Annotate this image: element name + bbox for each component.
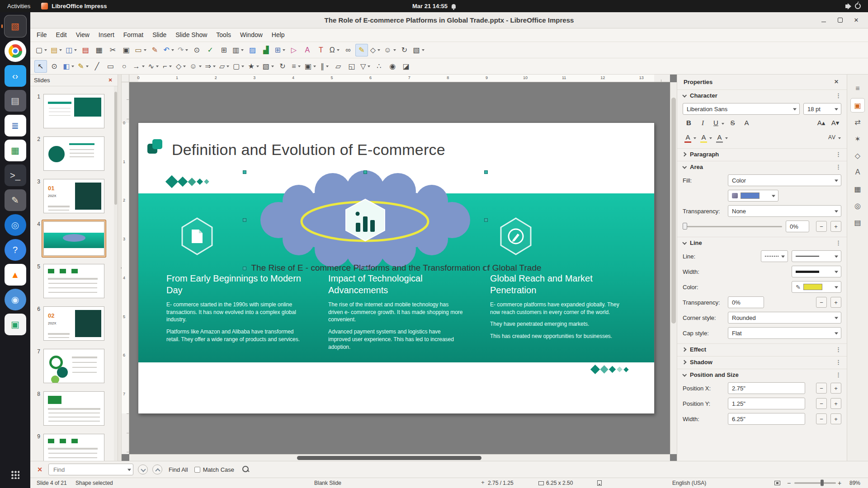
menu-tools[interactable]: Tools — [212, 28, 236, 42]
vertical-ruler[interactable]: 01234567 — [122, 82, 129, 454]
dock-vlc-button[interactable]: ▲ — [5, 264, 26, 286]
cloud-shape[interactable] — [245, 172, 486, 268]
dock-vscode-button[interactable]: ‹› — [5, 65, 26, 87]
menu-insert[interactable]: Insert — [94, 28, 119, 42]
transparency-slider[interactable] — [683, 222, 782, 231]
width-increase-button[interactable] — [830, 413, 841, 424]
zoom-fit-button[interactable] — [774, 481, 780, 485]
find-all-button[interactable]: Find All — [167, 466, 190, 473]
selection-handle[interactable] — [243, 218, 246, 222]
selection-handle[interactable] — [243, 170, 246, 174]
menu-window[interactable]: Window — [236, 28, 267, 42]
line-width-select[interactable] — [792, 266, 841, 277]
paragraph-section-header[interactable]: Paragraph — [677, 149, 847, 160]
sidebar-settings[interactable]: ≡ — [851, 82, 864, 95]
menu-format[interactable]: Format — [119, 28, 148, 42]
slide-thumbnail[interactable] — [43, 349, 104, 383]
symbol-shapes-button[interactable]: ☺ — [382, 44, 397, 56]
line-transparency-decrease-button[interactable] — [816, 297, 827, 308]
character-spacing-button[interactable]: AV — [826, 132, 841, 144]
animation-tab[interactable]: ✶ — [851, 132, 864, 145]
cap-style-select[interactable]: Flat — [728, 327, 841, 339]
line-style-select[interactable] — [761, 250, 788, 262]
slide-thumbnail[interactable] — [43, 221, 104, 256]
clone-formatting-button[interactable]: ✎ — [149, 44, 161, 56]
symbol-shapes-button[interactable]: ☺ — [188, 60, 203, 73]
vertical-scrollbar[interactable] — [670, 82, 677, 454]
insert-chart-button[interactable]: ▟ — [259, 44, 272, 56]
menu-slide-show[interactable]: Slide Show — [171, 28, 212, 42]
slide-title[interactable]: Definition and Evolution of E-commerce — [172, 141, 445, 159]
slide-thumbnail-row[interactable]: 8 — [31, 390, 116, 427]
outline-font-effect-button[interactable]: A — [714, 132, 728, 144]
position-x-decrease-button[interactable] — [816, 383, 827, 394]
menu-slide[interactable]: Slide — [148, 28, 171, 42]
decrease-font-size-button[interactable]: A▾ — [829, 118, 841, 130]
slide-thumbnail[interactable] — [43, 136, 104, 171]
basic-shapes-button[interactable]: ◇ — [175, 60, 187, 73]
dock-libreoffice-calc-button[interactable]: ▦ — [5, 140, 26, 161]
more-options-icon[interactable] — [835, 359, 841, 366]
slide-thumbnail[interactable] — [43, 434, 104, 461]
paste-button[interactable]: ▭ — [133, 44, 147, 56]
zoom-slider[interactable] — [794, 483, 836, 484]
dock-browser-button[interactable]: ◎ — [5, 214, 26, 236]
slide-thumbnail-row[interactable]: 9 — [31, 432, 116, 461]
styles-tab[interactable]: A — [851, 165, 864, 179]
activities-button[interactable]: Activities — [7, 3, 30, 9]
rotate-object-button[interactable]: ↻ — [398, 44, 411, 56]
show-applications-button[interactable] — [5, 464, 26, 485]
more-options-icon[interactable] — [835, 239, 841, 246]
shapes-tab[interactable]: ◇ — [851, 149, 864, 162]
scrollbar-thumb[interactable] — [297, 456, 481, 460]
insert-table-button[interactable]: ⊞ — [273, 44, 286, 56]
slide-thumbnail-row[interactable]: 4 — [31, 220, 116, 257]
match-case-checkbox[interactable] — [194, 467, 200, 473]
rotate-button[interactable]: ↻ — [276, 60, 289, 73]
zoom-pan-button[interactable]: ⊙ — [48, 60, 61, 73]
position-x-field[interactable]: 2.75" — [728, 382, 805, 394]
align-objects-button[interactable]: ≡ — [290, 60, 302, 73]
transparency-decrease-button[interactable] — [816, 221, 827, 232]
find-input[interactable] — [52, 466, 125, 474]
column-1[interactable]: From Early Beginnings to Modern Day E- c… — [166, 272, 302, 356]
slide-thumbnail[interactable]: 02 202X — [43, 306, 104, 341]
spelling-button[interactable]: ✓ — [204, 44, 217, 56]
print-button[interactable]: ▦ — [93, 44, 105, 56]
line-transparency-increase-button[interactable] — [830, 297, 841, 308]
fill-color-button[interactable]: ◧ — [61, 60, 75, 73]
clock-menu[interactable]: Mar 21 14:55 — [412, 3, 456, 9]
line-transparency-field[interactable]: 0% — [728, 296, 764, 308]
display-grid-button[interactable]: ⊞ — [217, 44, 230, 56]
zoom-out-button[interactable]: − — [787, 479, 791, 487]
transparency-type-select[interactable]: None — [728, 205, 841, 217]
properties-tab[interactable]: ▣ — [851, 99, 864, 112]
line-color-picker[interactable]: ✎ — [792, 281, 841, 293]
title-bar[interactable]: The Role of E-commerce Platforms in Glob… — [30, 12, 868, 28]
selection-handle[interactable] — [484, 170, 488, 174]
dock-software-store-button[interactable]: ▣ — [5, 314, 26, 335]
column-2[interactable]: Impact of Technological Advancements The… — [328, 272, 464, 356]
system-menu[interactable] — [845, 3, 868, 9]
selection-handle[interactable] — [484, 218, 488, 222]
dock-chromium-button[interactable]: ◉ — [5, 289, 26, 310]
position-y-increase-button[interactable] — [830, 398, 841, 409]
slides-panel-close-icon[interactable] — [107, 77, 114, 84]
flowchart-shapes-button[interactable]: ▱ — [218, 60, 231, 73]
find-input-combo[interactable] — [48, 464, 133, 475]
copy-button[interactable]: ▣ — [120, 44, 132, 56]
callout-shapes-button[interactable]: ▢ — [231, 60, 245, 73]
horizontal-scrollbar[interactable] — [129, 454, 670, 461]
slide-thumbnail-row[interactable]: 1 — [31, 93, 116, 130]
find-and-replace-button[interactable] — [241, 465, 250, 474]
select-button[interactable]: ↖ — [34, 60, 47, 73]
shadow-section-header[interactable]: Shadow — [677, 357, 847, 368]
insert-image-button[interactable]: ▨ — [246, 44, 259, 56]
dock-terminal-button[interactable]: >_ — [5, 164, 26, 186]
find-and-replace-button[interactable]: ⊙ — [190, 44, 203, 56]
close-button[interactable] — [851, 15, 862, 26]
undo-button[interactable]: ↶ — [162, 44, 175, 56]
insert-media-button[interactable]: ▷ — [288, 44, 300, 56]
menu-help[interactable]: Help — [267, 28, 289, 42]
more-options-icon[interactable] — [835, 346, 841, 353]
